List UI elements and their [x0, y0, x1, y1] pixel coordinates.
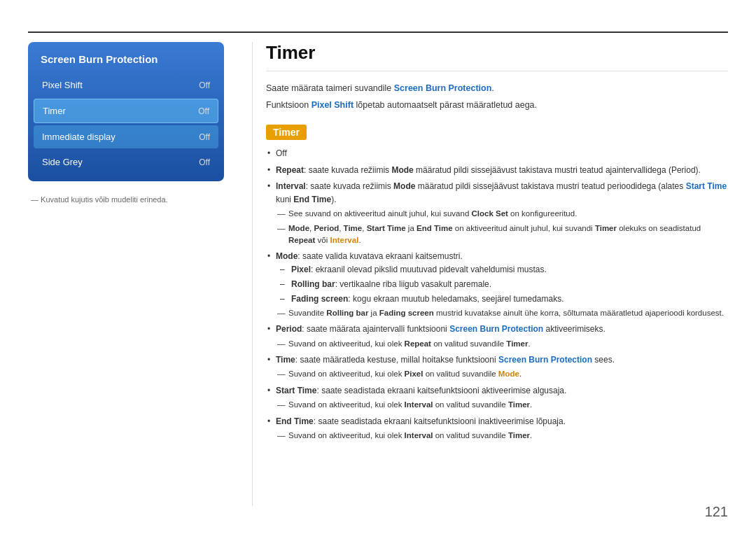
repeat-mode: Mode [391, 165, 413, 175]
end-time-ref1: End Time [293, 195, 331, 204]
sidebar-item-immediate-display[interactable]: Immediate display Off [34, 125, 218, 148]
list-item-mode: Mode: saate valida kuvatava ekraani kait… [266, 250, 728, 319]
interval-mode: Mode [393, 181, 415, 191]
immediate-display-value: Off [199, 132, 210, 142]
note-end-time-interval: Suvand on aktiveeritud, kui olek Interva… [276, 430, 728, 442]
timer-value: Off [198, 106, 209, 116]
timer-label: Timer [43, 106, 66, 116]
timer-ref3: Timer [508, 400, 530, 409]
note-rolling-fading: Suvandite Rolling bar ja Fading screen m… [276, 307, 728, 319]
start-time-ref2: Start Time [367, 224, 406, 232]
mode-ref: Mode [288, 224, 309, 232]
repeat-ref: Repeat [288, 236, 315, 244]
time-ref: Time [344, 224, 363, 232]
pixel-ref: Pixel [405, 370, 424, 378]
note-clock-set: See suvand on aktiveeritud ainult juhul,… [276, 208, 728, 220]
side-grey-value: Off [199, 157, 210, 167]
top-decorative-line [28, 31, 728, 33]
sidebar-note: — Kuvatud kujutis võib mudeliti erineda. [28, 195, 224, 204]
pixel-shift-value: Off [199, 80, 210, 90]
sidebar: Screen Burn Protection Pixel Shift Off T… [28, 42, 224, 204]
list-item-repeat: Repeat: saate kuvada režiimis Mode määra… [266, 164, 728, 177]
end-time-term: End Time [276, 416, 314, 426]
note-time-pixel: Suvand on aktiveeritud, kui olek Pixel o… [276, 368, 728, 380]
repeat-term: Repeat [276, 165, 304, 175]
sub-pixel: Pixel: ekraanil olevad pikslid muutuvad … [276, 263, 728, 276]
sidebar-menu: Screen Burn Protection Pixel Shift Off T… [28, 42, 224, 181]
side-grey-label: Side Grey [42, 157, 83, 167]
pixel-term: Pixel [291, 265, 311, 274]
section-heading: Timer [266, 125, 307, 140]
off-text: Off [276, 148, 287, 158]
interval-ref2: Interval [405, 400, 433, 409]
rolling-bar-term: Rolling bar [291, 279, 335, 289]
timer-ref4: Timer [508, 431, 530, 440]
immediate-display-label: Immediate display [42, 132, 115, 142]
end-time-ref2: End Time [416, 224, 453, 232]
timer-ref1: Timer [595, 224, 617, 232]
fading-screen-ref: Fading screen [379, 309, 434, 317]
intro-block: Saate määrata taimeri suvandile Screen B… [266, 81, 728, 112]
vertical-divider [252, 42, 253, 506]
list-item-period: Period: saate määrata ajaintervalli funk… [266, 323, 728, 350]
fading-screen-term: Fading screen [291, 294, 348, 304]
pixel-shift-label: Pixel Shift [42, 80, 83, 90]
sbp-ref2: Screen Burn Protection [498, 355, 592, 365]
sidebar-item-side-grey[interactable]: Side Grey Off [34, 150, 218, 174]
intro-highlight-1: Screen Burn Protection [394, 83, 492, 93]
sub-fading-screen: Fading screen: kogu ekraan muutub heleda… [276, 293, 728, 305]
list-item-time: Time: saate määratleda kestuse, millal h… [266, 353, 728, 381]
interval-ref3: Interval [405, 431, 433, 440]
interval-ref: Interval [330, 236, 358, 244]
bullet-list: Off Repeat: saate kuvada režiimis Mode m… [266, 147, 728, 442]
intro-line-2: Funktsioon Pixel Shift lõpetab automaats… [266, 98, 728, 112]
main-content: Timer Saate määrata taimeri suvandile Sc… [266, 42, 728, 506]
sidebar-item-timer[interactable]: Timer Off [34, 99, 218, 123]
sidebar-title: Screen Burn Protection [34, 48, 218, 73]
time-term: Time [276, 355, 295, 365]
intro-highlight-2: Pixel Shift [312, 100, 354, 110]
start-time-term: Start Time [276, 386, 316, 395]
period-term: Period [276, 324, 302, 334]
list-item-off: Off [266, 147, 728, 160]
mode-ref2: Mode [498, 370, 519, 378]
note-start-time-interval: Suvand on aktiveeritud, kui olek Interva… [276, 399, 728, 411]
page-number: 121 [705, 504, 728, 520]
sub-rolling-bar: Rolling bar: vertikaalne riba liigub vas… [276, 278, 728, 290]
mode-term: Mode [276, 251, 298, 261]
list-item-end-time: End Time: saate seadistada ekraani kaits… [266, 415, 728, 442]
timer-ref2: Timer [506, 339, 528, 348]
intro-line-1: Saate määrata taimeri suvandile Screen B… [266, 81, 728, 95]
repeat-term2: Repeat [405, 339, 431, 348]
sbp-ref1: Screen Burn Protection [449, 324, 543, 334]
note-period-repeat: Suvand on aktiveeritud, kui olek Repeat … [276, 338, 728, 350]
start-time-ref1: Start Time [686, 181, 727, 191]
period-ref: Period [314, 224, 339, 232]
note-timer-olekuks: Mode, Period, Time, Start Time ja End Ti… [276, 223, 728, 247]
list-item-start-time: Start Time: saate seadistada ekraani kai… [266, 384, 728, 412]
page-title: Timer [266, 42, 728, 71]
interval-term: Interval [276, 181, 306, 191]
rolling-bar-ref: Rolling bar [326, 309, 368, 317]
list-item-interval: Interval: saate kuvada režiimis Mode mää… [266, 180, 728, 246]
clock-set-term: Clock Set [471, 209, 507, 218]
sidebar-item-pixel-shift[interactable]: Pixel Shift Off [34, 73, 218, 97]
